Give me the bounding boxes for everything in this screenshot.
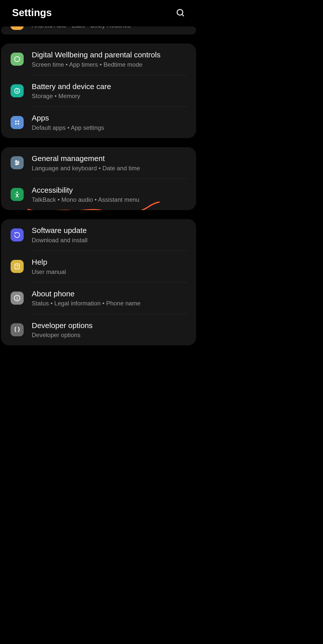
puzzle-plus-icon bbox=[11, 26, 24, 30]
item-title: Help bbox=[32, 257, 188, 267]
item-subtitle: Android Auto • Labs • Bixby Routines bbox=[32, 26, 188, 29]
item-text: Advanced features Android Auto • Labs • … bbox=[32, 26, 188, 29]
item-title: Accessibility bbox=[32, 185, 188, 195]
item-subtitle: Developer options bbox=[32, 331, 188, 339]
settings-group: Advanced features Android Auto • Labs • … bbox=[1, 26, 196, 34]
item-advanced-features[interactable]: Advanced features Android Auto • Labs • … bbox=[1, 26, 196, 34]
svg-line-1 bbox=[182, 14, 184, 16]
item-subtitle: Status • Legal information • Phone name bbox=[32, 299, 188, 307]
svg-point-0 bbox=[177, 9, 183, 15]
svg-text:?: ? bbox=[16, 265, 18, 268]
item-text: Digital Wellbeing and parental controls … bbox=[32, 50, 188, 68]
braces-icon bbox=[11, 323, 24, 336]
item-subtitle: Screen time • App timers • Bedtime mode bbox=[32, 61, 188, 68]
settings-group: General management Language and keyboard… bbox=[1, 147, 196, 210]
item-subtitle: User manual bbox=[32, 268, 188, 276]
item-title: Developer options bbox=[32, 321, 188, 330]
item-about-phone[interactable]: About phone Status • Legal information •… bbox=[1, 283, 196, 314]
item-text: General management Language and keyboard… bbox=[32, 154, 188, 172]
settings-group: Digital Wellbeing and parental controls … bbox=[1, 44, 196, 138]
item-software-update[interactable]: Software update Download and install bbox=[1, 219, 196, 251]
item-subtitle: Download and install bbox=[32, 236, 188, 244]
item-text: Software update Download and install bbox=[32, 226, 188, 244]
svg-point-14 bbox=[16, 161, 17, 162]
item-text: Battery and device care Storage • Memory bbox=[32, 82, 188, 100]
item-accessibility[interactable]: Accessibility TalkBack • Mono audio • As… bbox=[1, 179, 196, 210]
item-general-management[interactable]: General management Language and keyboard… bbox=[1, 147, 196, 179]
svg-point-7 bbox=[15, 120, 17, 122]
svg-point-10 bbox=[18, 123, 19, 125]
item-title: Apps bbox=[32, 113, 188, 123]
page-title: Settings bbox=[12, 7, 52, 18]
svg-point-5 bbox=[15, 57, 20, 62]
device-care-icon bbox=[11, 84, 24, 97]
item-text: Apps Default apps • App settings bbox=[32, 113, 188, 132]
item-title: Software update bbox=[32, 226, 188, 235]
item-text: Help User manual bbox=[32, 257, 188, 276]
sliders-icon bbox=[11, 156, 24, 169]
item-title: Digital Wellbeing and parental controls bbox=[32, 50, 188, 60]
search-icon[interactable] bbox=[176, 8, 185, 17]
svg-point-17 bbox=[16, 192, 18, 193]
svg-point-21 bbox=[17, 297, 17, 297]
item-developer-options[interactable]: Developer options Developer options bbox=[1, 314, 196, 346]
item-subtitle: Default apps • App settings bbox=[32, 124, 188, 132]
help-icon: ? bbox=[11, 260, 24, 273]
item-text: Accessibility TalkBack • Mono audio • As… bbox=[32, 185, 188, 204]
item-text: About phone Status • Legal information •… bbox=[32, 289, 188, 307]
item-subtitle: TalkBack • Mono audio • Assistant menu bbox=[32, 196, 188, 204]
item-help[interactable]: ? Help User manual bbox=[1, 251, 196, 282]
svg-point-8 bbox=[18, 120, 19, 122]
svg-point-9 bbox=[15, 123, 17, 125]
item-battery-device-care[interactable]: Battery and device care Storage • Memory bbox=[1, 75, 196, 107]
item-subtitle: Language and keyboard • Date and time bbox=[32, 164, 188, 172]
wellbeing-icon bbox=[11, 53, 24, 66]
svg-point-16 bbox=[16, 164, 17, 165]
svg-point-15 bbox=[17, 162, 19, 164]
info-icon bbox=[11, 292, 24, 305]
settings-list[interactable]: Advanced features Android Auto • Labs • … bbox=[0, 26, 197, 345]
apps-icon bbox=[11, 116, 24, 129]
svg-rect-22 bbox=[17, 298, 18, 300]
item-subtitle: Storage • Memory bbox=[32, 92, 188, 100]
update-icon bbox=[11, 228, 24, 242]
item-digital-wellbeing[interactable]: Digital Wellbeing and parental controls … bbox=[1, 44, 196, 75]
item-title: General management bbox=[32, 154, 188, 163]
item-title: About phone bbox=[32, 289, 188, 299]
header: Settings bbox=[0, 0, 197, 23]
accessibility-icon bbox=[11, 188, 24, 201]
item-title: Battery and device care bbox=[32, 82, 188, 91]
item-apps[interactable]: Apps Default apps • App settings bbox=[1, 107, 196, 138]
settings-group: Software update Download and install ? H… bbox=[1, 219, 196, 345]
item-text: Developer options Developer options bbox=[32, 321, 188, 339]
